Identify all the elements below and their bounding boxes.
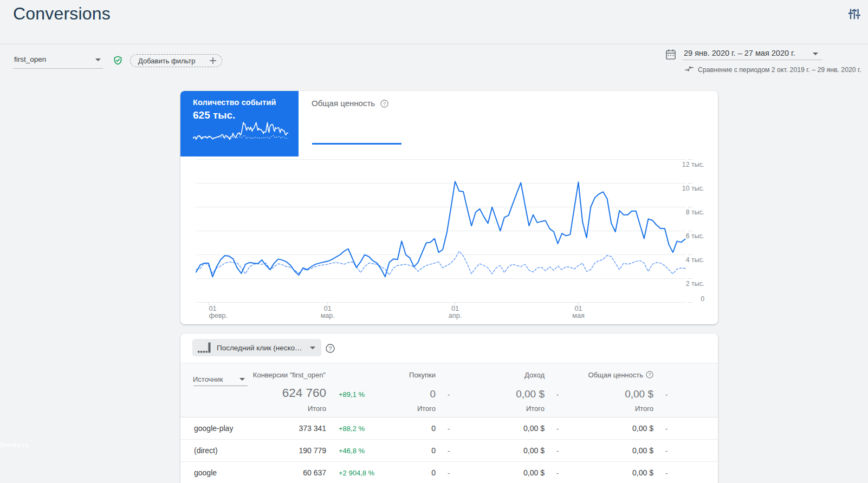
x-axis-label: 01февр. (209, 305, 228, 319)
totals-caption: Итого (526, 404, 545, 413)
total-total-value: 0,00 $ (625, 388, 653, 400)
total-purchases: 0 (430, 388, 436, 400)
date-range-picker[interactable]: 29 янв. 2020 г. – 27 мая 2020 г. (683, 48, 822, 60)
total-conversions: 624 760 (282, 386, 326, 400)
y-axis-label: 12 тыс. (682, 161, 704, 168)
tab-event-count[interactable]: Количество событий 625 тыс. (180, 91, 299, 156)
x-axis-label: 01мая (572, 305, 584, 319)
event-select[interactable]: first_open (13, 52, 103, 69)
table-header: Источник Конверсии "first_open" Покупки … (180, 363, 718, 417)
tab-sparkline (193, 121, 288, 147)
row-total-value-change: - (665, 447, 668, 455)
y-axis-label: 8 тыс. (686, 208, 704, 216)
chevron-down-icon (95, 58, 101, 61)
column-header-total-value: Общая ценность? (588, 371, 653, 380)
chevron-down-icon (310, 347, 315, 349)
tab-total-value-sparkline (312, 143, 401, 145)
chevron-down-icon (813, 53, 818, 55)
column-header-purchases: Покупки (409, 371, 436, 379)
attribution-model-value: Последний клик (неско… (217, 344, 302, 352)
refresh-snackbar-action[interactable]: Обновить (0, 441, 29, 449)
y-axis-label: 2 тыс. (686, 280, 704, 288)
row-conversions: 60 637 (303, 468, 326, 477)
total-conversions-change: +89,1 % (339, 390, 365, 399)
column-header-conversions: Конверсии "first_open" (253, 371, 326, 379)
row-revenue-change: - (556, 447, 559, 455)
help-icon[interactable]: ? (380, 100, 388, 110)
calendar-icon (665, 49, 676, 60)
table-row: (direct) 190 779 +46,8 % 0 - 0,00 $ - 0,… (180, 440, 718, 462)
total-revenue-change: - (556, 390, 559, 399)
y-axis-label: 10 тыс. (682, 185, 704, 192)
total-revenue: 0,00 $ (516, 388, 545, 400)
row-source: (direct) (194, 446, 218, 455)
table-row: google 60 637 +2 904,8 % 0 - 0,00 $ - 0,… (180, 462, 718, 483)
header-divider (0, 44, 868, 44)
row-total-value-change: - (665, 469, 668, 477)
customize-report-icon[interactable] (846, 6, 861, 22)
totals-caption: Итого (417, 404, 436, 413)
row-conversions-change: +2 904,8 % (339, 469, 374, 477)
row-purchases-change: - (448, 469, 450, 477)
help-icon[interactable]: ? (646, 371, 653, 380)
row-total-value-change: - (665, 425, 668, 433)
page-title: Conversions (13, 4, 111, 24)
row-total-value: 0,00 $ (632, 424, 653, 433)
row-purchases-change: - (448, 447, 450, 455)
comparison-period-label[interactable]: Сравнение с периодом 2 окт. 2019 г. – 29… (698, 66, 861, 74)
attribution-model-icon (197, 342, 211, 354)
svg-text:?: ? (383, 101, 386, 107)
column-header-revenue: Доход (524, 371, 545, 379)
date-range-value: 29 янв. 2020 г. – 27 мая 2020 г. (684, 49, 795, 57)
column-header-source[interactable]: Источник (193, 375, 223, 383)
attribution-table-card: Последний клик (неско… ? Источник Конвер… (180, 334, 718, 483)
row-revenue: 0,00 $ (523, 468, 545, 477)
row-total-value: 0,00 $ (632, 468, 653, 477)
row-revenue: 0,00 $ (523, 424, 545, 433)
totals-caption: Итого (308, 404, 326, 413)
row-conversions-change: +88,2 % (339, 425, 365, 433)
plus-icon (209, 57, 217, 64)
help-icon[interactable]: ? (326, 344, 335, 355)
row-conversions-change: +46,8 % (339, 447, 365, 455)
row-conversions: 190 779 (299, 446, 326, 455)
add-filter-button[interactable]: Добавить фильтр (130, 54, 222, 67)
y-axis-label: 6 тыс. (686, 232, 704, 240)
row-purchases: 0 (431, 468, 436, 477)
row-purchases: 0 (431, 446, 436, 455)
svg-text:?: ? (329, 345, 332, 352)
chart-card: Количество событий 625 тыс. Общая ценнос… (180, 91, 718, 324)
row-revenue-change: - (556, 469, 559, 477)
row-revenue: 0,00 $ (523, 446, 545, 455)
x-axis-label: 01мар. (321, 305, 335, 319)
x-axis-label: 01апр. (449, 305, 462, 319)
totals-caption: Итого (635, 404, 653, 413)
compare-arrows-icon (684, 64, 694, 74)
conversions-line-chart (194, 157, 692, 309)
total-purchases-change: - (448, 390, 450, 399)
tune-icon (846, 6, 861, 22)
tab-event-count-label: Количество событий (193, 98, 276, 107)
row-revenue-change: - (556, 425, 559, 433)
row-conversions: 373 341 (299, 424, 326, 433)
data-quality-shield-icon[interactable] (113, 55, 122, 66)
y-axis-label: 4 тыс. (686, 256, 704, 264)
sort-arrow-icon[interactable] (239, 378, 245, 381)
row-purchases: 0 (431, 424, 436, 433)
tab-total-value-label: Общая ценность (312, 99, 375, 108)
y-axis-label: 0 (701, 295, 704, 303)
tab-event-count-value: 625 тыс. (193, 109, 235, 121)
event-select-value: first_open (14, 55, 46, 63)
table-row: google-play 373 341 +88,2 % 0 - 0,00 $ -… (180, 417, 718, 440)
tab-total-value[interactable]: Общая ценность (312, 99, 375, 108)
row-source: google-play (194, 424, 233, 433)
source-header-underline (193, 386, 248, 386)
row-total-value: 0,00 $ (632, 446, 653, 455)
row-source: google (194, 468, 217, 477)
total-total-value-change: - (665, 390, 668, 399)
svg-text:?: ? (648, 372, 651, 377)
add-filter-label: Добавить фильтр (138, 57, 196, 65)
attribution-model-select[interactable]: Последний клик (неско… (192, 339, 321, 356)
row-purchases-change: - (448, 425, 450, 433)
